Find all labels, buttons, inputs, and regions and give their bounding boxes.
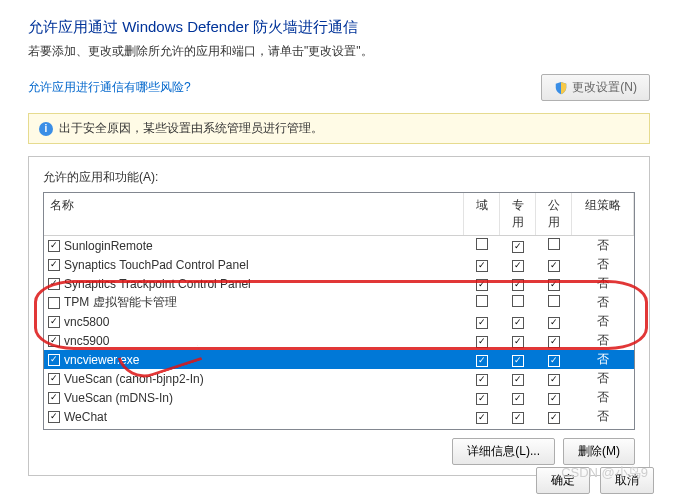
checkbox-icon bbox=[548, 374, 560, 386]
warning-text: 出于安全原因，某些设置由系统管理员进行管理。 bbox=[59, 120, 323, 137]
row-domain-cell[interactable] bbox=[464, 333, 500, 348]
row-domain-cell[interactable] bbox=[464, 390, 500, 405]
row-enable-checkbox[interactable] bbox=[48, 411, 60, 423]
table-row[interactable]: WeChat否 bbox=[44, 426, 634, 429]
row-name: vnc5800 bbox=[64, 315, 464, 329]
row-domain-cell[interactable] bbox=[464, 276, 500, 291]
row-enable-checkbox[interactable] bbox=[48, 335, 60, 347]
row-enable-checkbox[interactable] bbox=[48, 316, 60, 328]
row-private-cell[interactable] bbox=[500, 409, 536, 424]
row-public-cell[interactable] bbox=[536, 428, 572, 429]
table-row[interactable]: vnc5800否 bbox=[44, 312, 634, 331]
row-private-cell[interactable] bbox=[500, 257, 536, 272]
allowed-apps-group: 允许的应用和功能(A): 名称 域 专用 公用 组策略 SunloginRemo… bbox=[28, 156, 650, 476]
row-public-cell[interactable] bbox=[536, 276, 572, 291]
row-private-cell[interactable] bbox=[500, 333, 536, 348]
apps-list: 名称 域 专用 公用 组策略 SunloginRemote否Synaptics … bbox=[43, 192, 635, 430]
row-policy-cell: 否 bbox=[572, 294, 634, 311]
row-private-cell[interactable] bbox=[500, 352, 536, 367]
checkbox-icon bbox=[476, 374, 488, 386]
row-enable-checkbox[interactable] bbox=[48, 240, 60, 252]
list-body[interactable]: SunloginRemote否Synaptics TouchPad Contro… bbox=[44, 236, 634, 429]
row-public-cell[interactable] bbox=[536, 352, 572, 367]
checkbox-icon bbox=[476, 393, 488, 405]
warning-bar: i 出于安全原因，某些设置由系统管理员进行管理。 bbox=[28, 113, 650, 144]
row-policy-cell: 否 bbox=[572, 313, 634, 330]
change-settings-button[interactable]: 更改设置(N) bbox=[541, 74, 650, 101]
row-name: vnc5900 bbox=[64, 334, 464, 348]
column-domain[interactable]: 域 bbox=[464, 193, 500, 235]
row-private-cell[interactable] bbox=[500, 295, 536, 310]
row-domain-cell[interactable] bbox=[464, 257, 500, 272]
row-public-cell[interactable] bbox=[536, 238, 572, 253]
checkbox-icon bbox=[512, 412, 524, 424]
group-label: 允许的应用和功能(A): bbox=[43, 169, 635, 186]
row-enable-checkbox[interactable] bbox=[48, 259, 60, 271]
row-domain-cell[interactable] bbox=[464, 409, 500, 424]
checkbox-icon bbox=[476, 260, 488, 272]
checkbox-icon bbox=[512, 336, 524, 348]
row-private-cell[interactable] bbox=[500, 276, 536, 291]
table-row[interactable]: Synaptics Trackpoint Control Panel否 bbox=[44, 274, 634, 293]
table-row[interactable]: SunloginRemote否 bbox=[44, 236, 634, 255]
details-button[interactable]: 详细信息(L)... bbox=[452, 438, 555, 465]
row-private-cell[interactable] bbox=[500, 371, 536, 386]
row-public-cell[interactable] bbox=[536, 333, 572, 348]
checkbox-icon bbox=[512, 393, 524, 405]
table-row[interactable]: Synaptics TouchPad Control Panel否 bbox=[44, 255, 634, 274]
row-name: VueScan (mDNS-In) bbox=[64, 391, 464, 405]
ok-button[interactable]: 确定 bbox=[536, 467, 590, 494]
table-row[interactable]: VueScan (canon-bjnp2-In)否 bbox=[44, 369, 634, 388]
checkbox-icon bbox=[548, 336, 560, 348]
row-name: TPM 虚拟智能卡管理 bbox=[64, 294, 464, 311]
row-domain-cell[interactable] bbox=[464, 295, 500, 310]
column-policy[interactable]: 组策略 bbox=[572, 193, 634, 235]
row-domain-cell[interactable] bbox=[464, 352, 500, 367]
row-public-cell[interactable] bbox=[536, 257, 572, 272]
checkbox-icon bbox=[548, 238, 560, 250]
list-header[interactable]: 名称 域 专用 公用 组策略 bbox=[44, 193, 634, 236]
row-domain-cell[interactable] bbox=[464, 371, 500, 386]
table-row[interactable]: VueScan (mDNS-In)否 bbox=[44, 388, 634, 407]
checkbox-icon bbox=[512, 295, 524, 307]
table-row[interactable]: vnc5900否 bbox=[44, 331, 634, 350]
row-domain-cell[interactable] bbox=[464, 428, 500, 429]
row-domain-cell[interactable] bbox=[464, 238, 500, 253]
checkbox-icon bbox=[476, 355, 488, 367]
row-policy-cell: 否 bbox=[572, 275, 634, 292]
cancel-button[interactable]: 取消 bbox=[600, 467, 654, 494]
table-row[interactable]: vncviewer.exe否 bbox=[44, 350, 634, 369]
table-row[interactable]: TPM 虚拟智能卡管理否 bbox=[44, 293, 634, 312]
row-public-cell[interactable] bbox=[536, 314, 572, 329]
row-policy-cell: 否 bbox=[572, 351, 634, 368]
row-private-cell[interactable] bbox=[500, 238, 536, 253]
row-private-cell[interactable] bbox=[500, 428, 536, 429]
change-settings-label: 更改设置(N) bbox=[572, 79, 637, 96]
column-private[interactable]: 专用 bbox=[500, 193, 536, 235]
row-public-cell[interactable] bbox=[536, 390, 572, 405]
column-public[interactable]: 公用 bbox=[536, 193, 572, 235]
row-enable-checkbox[interactable] bbox=[48, 278, 60, 290]
row-enable-checkbox[interactable] bbox=[48, 297, 60, 309]
row-public-cell[interactable] bbox=[536, 295, 572, 310]
row-name: Synaptics TouchPad Control Panel bbox=[64, 258, 464, 272]
risk-link[interactable]: 允许应用进行通信有哪些风险? bbox=[28, 79, 191, 96]
checkbox-icon bbox=[548, 412, 560, 424]
checkbox-icon bbox=[548, 295, 560, 307]
table-row[interactable]: WeChat否 bbox=[44, 407, 634, 426]
checkbox-icon bbox=[512, 241, 524, 253]
row-enable-checkbox[interactable] bbox=[48, 354, 60, 366]
row-public-cell[interactable] bbox=[536, 371, 572, 386]
row-domain-cell[interactable] bbox=[464, 314, 500, 329]
row-enable-checkbox[interactable] bbox=[48, 373, 60, 385]
column-name[interactable]: 名称 bbox=[44, 193, 464, 235]
row-public-cell[interactable] bbox=[536, 409, 572, 424]
checkbox-icon bbox=[476, 295, 488, 307]
row-enable-checkbox[interactable] bbox=[48, 392, 60, 404]
row-private-cell[interactable] bbox=[500, 314, 536, 329]
remove-button[interactable]: 删除(M) bbox=[563, 438, 635, 465]
row-private-cell[interactable] bbox=[500, 390, 536, 405]
checkbox-icon bbox=[476, 279, 488, 291]
row-policy-cell: 否 bbox=[572, 427, 634, 429]
checkbox-icon bbox=[548, 317, 560, 329]
